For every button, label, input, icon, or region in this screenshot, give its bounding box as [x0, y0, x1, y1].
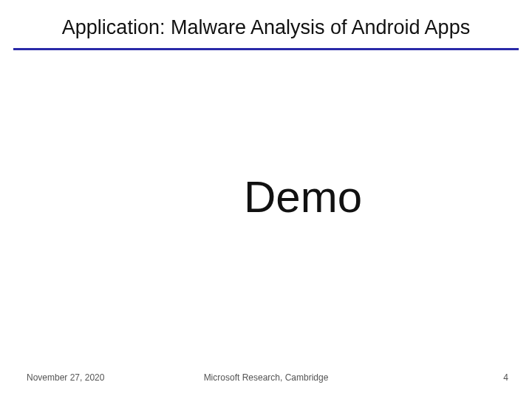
title-underline [13, 48, 519, 50]
footer-affiliation: Microsoft Research, Cambridge [0, 372, 532, 383]
slide-title: Application: Malware Analysis of Android… [0, 16, 532, 39]
footer-page-number: 4 [503, 372, 508, 383]
slide-body: Demo [0, 171, 532, 222]
slide: Application: Malware Analysis of Android… [0, 0, 532, 399]
slide-footer: November 27, 2020 Microsoft Research, Ca… [0, 372, 532, 387]
